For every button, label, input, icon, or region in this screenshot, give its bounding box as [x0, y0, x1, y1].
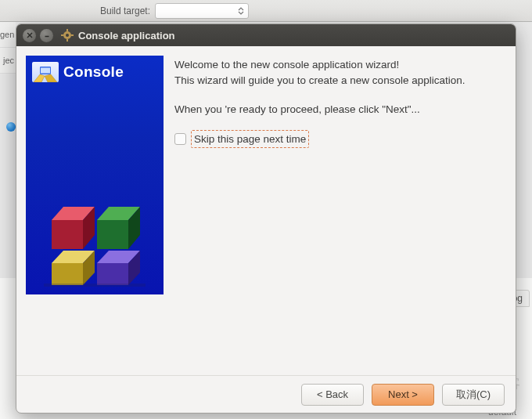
banner-cubes-graphic	[26, 185, 164, 287]
titlebar: Console application	[16, 24, 516, 46]
welcome-line-1: Welcome to the new console application w…	[174, 57, 506, 73]
proceed-line: When you 're ready to proceed, please cl…	[174, 102, 506, 117]
minimize-icon[interactable]	[40, 29, 53, 42]
globe-icon	[6, 122, 16, 132]
svg-rect-8	[71, 34, 74, 36]
wizard-text-panel: Welcome to the new console application w…	[174, 56, 506, 366]
skip-page-checkbox[interactable]: Skip this page next time	[174, 130, 309, 149]
svg-point-4	[66, 34, 69, 37]
svg-marker-15	[97, 220, 128, 249]
svg-rect-5	[66, 29, 68, 31]
close-icon[interactable]	[23, 29, 36, 42]
svg-marker-12	[52, 220, 83, 249]
build-target-combo[interactable]	[155, 3, 249, 19]
cancel-button[interactable]: 取消(C)	[442, 384, 505, 406]
svg-marker-21	[97, 263, 128, 285]
svg-rect-23	[44, 284, 146, 287]
svg-rect-7	[61, 34, 63, 36]
next-button[interactable]: Next >	[372, 384, 434, 406]
svg-rect-6	[66, 39, 68, 42]
svg-rect-10	[41, 68, 50, 74]
dialog-footer: < Back Next > 取消(C)	[16, 375, 516, 413]
banner-title: Console	[63, 63, 124, 81]
gear-icon	[61, 29, 74, 42]
background-left-panel: gen jec	[0, 22, 16, 74]
svg-marker-18	[52, 263, 83, 285]
background-toolbar: Build target:	[0, 0, 532, 22]
wizard-banner: Console	[26, 56, 164, 294]
wizard-dialog: Console application Console	[16, 23, 516, 414]
checkbox-box[interactable]	[174, 133, 186, 145]
build-target-label: Build target:	[100, 5, 150, 16]
console-app-icon	[32, 62, 59, 82]
skip-page-label: Skip this page next time	[191, 130, 309, 149]
welcome-line-2: This wizard will guide you to create a n…	[174, 73, 506, 88]
back-button[interactable]: < Back	[301, 384, 364, 406]
dialog-title: Console application	[78, 30, 175, 42]
